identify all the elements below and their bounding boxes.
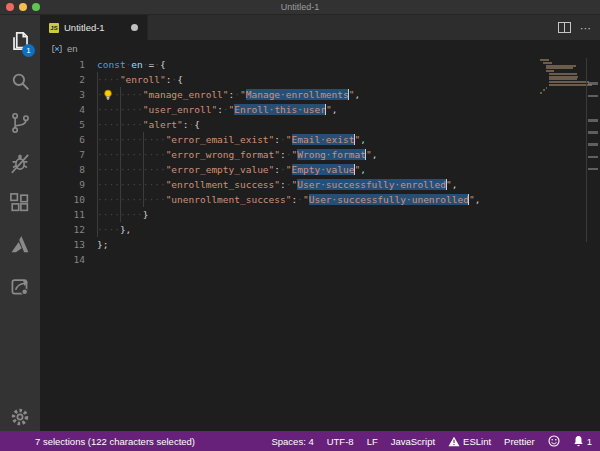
code-line[interactable]: 2····"enroll":·{ — [40, 72, 586, 87]
code-line[interactable]: 12····}, — [40, 222, 586, 237]
minimap-line — [546, 70, 554, 72]
indent-guide — [120, 162, 121, 177]
manage-button[interactable] — [7, 404, 33, 430]
status-selections[interactable]: 7 selections (122 characters selected) — [35, 436, 195, 447]
sidebar-item-search[interactable] — [7, 69, 33, 95]
line-number[interactable]: 2 — [40, 72, 97, 87]
indent-guide — [120, 147, 121, 162]
code-line[interactable]: 9············"enrollment_success":·"User… — [40, 177, 586, 192]
code-line[interactable]: 7············"error_wrong_format":·"Wron… — [40, 147, 586, 162]
indent-guide — [97, 147, 98, 162]
indent-guide — [143, 192, 144, 207]
status-eslint[interactable]: ESLint — [448, 436, 491, 447]
indent-guide — [120, 87, 121, 102]
code-line[interactable]: 8············"error_empty_value":·"Empty… — [40, 162, 586, 177]
status-indentation-label: Spaces: 4 — [271, 436, 313, 447]
status-language-mode-label: JavaScript — [391, 436, 435, 447]
ruler-selection-mark — [588, 131, 598, 134]
code-editor[interactable]: 1const·en·=·{2····"enroll":·{3········"m… — [40, 57, 586, 431]
line-number[interactable]: 13 — [40, 237, 97, 252]
status-encoding[interactable]: UTF-8 — [327, 436, 354, 447]
code-line[interactable]: 5········"alert":·{ — [40, 117, 586, 132]
breadcrumb-item-en[interactable]: en — [67, 43, 78, 54]
line-number[interactable]: 6 — [40, 132, 97, 147]
js-file-icon: JS — [49, 23, 59, 33]
code-line[interactable]: 4········"user_enroll":·"Enroll·this·use… — [40, 102, 586, 117]
indent-guide — [143, 177, 144, 192]
indent-guide — [143, 132, 144, 147]
activity-bar: 1 — [0, 15, 40, 431]
sidebar-item-debug[interactable] — [7, 150, 33, 176]
indent-guide — [97, 117, 98, 132]
explorer-badge: 1 — [22, 44, 35, 57]
minimap-line — [549, 76, 578, 78]
selected-text: User·successfully·unenrolled — [309, 194, 469, 205]
symbol-variable-icon — [51, 43, 63, 55]
status-bar: 7 selections (122 characters selected) S… — [0, 431, 600, 451]
line-number[interactable]: 9 — [40, 177, 97, 192]
status-eol[interactable]: LF — [367, 436, 378, 447]
code-line[interactable]: 11········} — [40, 207, 586, 222]
indent-guide — [120, 192, 121, 207]
more-actions-button[interactable]: ⋯ — [580, 23, 592, 33]
tab-untitled-1[interactable]: JS Untitled-1 — [40, 15, 148, 40]
editor-actions: ⋯ — [558, 15, 596, 40]
minimap-line — [546, 67, 573, 69]
line-number[interactable]: 10 — [40, 192, 97, 207]
line-number[interactable]: 14 — [40, 252, 97, 267]
window-title: Untitled-1 — [0, 0, 600, 14]
sidebar-item-azure[interactable] — [7, 231, 33, 257]
selected-text: User·successfully·enrolled — [297, 179, 446, 190]
tab-modified-dot[interactable] — [131, 24, 138, 31]
sidebar-item-extensions[interactable] — [7, 190, 33, 216]
status-eol-label: LF — [367, 436, 378, 447]
minimap-line — [546, 87, 547, 89]
line-number[interactable]: 3 — [40, 87, 97, 102]
line-number[interactable]: 11 — [40, 207, 97, 222]
code-line[interactable]: 13}; — [40, 237, 586, 252]
minimap-line — [540, 59, 549, 61]
warning-icon — [448, 436, 460, 447]
status-language-mode[interactable]: JavaScript — [391, 436, 435, 447]
bell-icon — [573, 435, 584, 447]
status-prettier[interactable]: Prettier — [504, 436, 535, 447]
share-arrow-icon — [7, 273, 33, 299]
line-number[interactable]: 7 — [40, 147, 97, 162]
line-number[interactable]: 12 — [40, 222, 97, 237]
minimap-line — [549, 81, 589, 83]
sidebar-item-source-control[interactable] — [7, 110, 33, 136]
code-line[interactable]: 6············"error_email_exist":·"Email… — [40, 132, 586, 147]
sidebar-item-explorer[interactable]: 1 — [7, 28, 33, 54]
indent-guide — [143, 162, 144, 177]
minimap-line — [543, 89, 545, 91]
line-number[interactable]: 5 — [40, 117, 97, 132]
line-number[interactable]: 1 — [40, 57, 97, 72]
indent-guide — [120, 132, 121, 147]
ruler-selection-mark — [588, 168, 598, 171]
split-editor-icon — [558, 22, 571, 33]
code-line[interactable]: 14 — [40, 252, 586, 267]
git-branch-icon — [7, 110, 33, 136]
indent-guide — [97, 87, 98, 102]
bug-slash-icon — [7, 150, 33, 176]
title-bar: Untitled-1 — [0, 0, 600, 15]
code-line[interactable]: 1const·en·=·{ — [40, 57, 586, 72]
line-number[interactable]: 8 — [40, 162, 97, 177]
line-number[interactable]: 4 — [40, 102, 97, 117]
status-notifications[interactable]: 1 — [573, 435, 592, 447]
sidebar-item-share-extension[interactable] — [7, 273, 33, 299]
overview-ruler-border — [586, 58, 587, 242]
status-indentation[interactable]: Spaces: 4 — [271, 436, 313, 447]
indent-guide — [120, 117, 121, 132]
ruler-selection-mark — [588, 143, 598, 146]
status-notifications-label: 1 — [587, 436, 592, 447]
split-editor-button[interactable] — [558, 19, 571, 37]
code-line[interactable]: 3········"manage_enroll":·"Manage·enroll… — [40, 87, 586, 102]
minimap-line — [546, 65, 576, 67]
selected-text: Enroll·this·user — [234, 104, 326, 115]
code-lines: 1const·en·=·{2····"enroll":·{3········"m… — [40, 57, 586, 267]
indent-guide — [97, 102, 98, 117]
status-feedback[interactable] — [548, 435, 560, 447]
selected-text: Wrong·format — [297, 149, 366, 160]
code-line[interactable]: 10············"unenrollment_success":·"U… — [40, 192, 586, 207]
